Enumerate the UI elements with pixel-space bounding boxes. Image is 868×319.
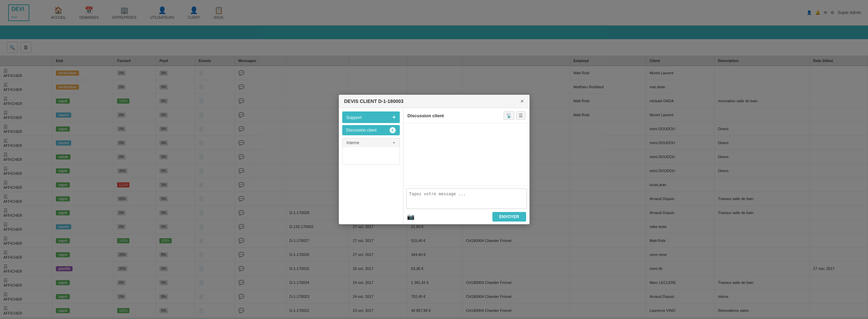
send-button[interactable]: ENVOYER bbox=[492, 212, 526, 222]
modal-left-panel: Support + Discussion client 0 Interne + bbox=[339, 108, 404, 224]
support-label: Support bbox=[346, 115, 362, 120]
feed-icon-button[interactable]: 📡 bbox=[504, 111, 514, 120]
modal-right-title: Discussion client bbox=[408, 113, 444, 118]
interne-plus-icon: + bbox=[393, 140, 395, 145]
discussion-count-badge: 0 bbox=[390, 127, 396, 133]
modal-right-header: Discussion client 📡 ☰ bbox=[404, 108, 530, 123]
support-plus-icon: + bbox=[392, 114, 395, 120]
support-section-header[interactable]: Support + bbox=[342, 111, 400, 123]
modal-overlay[interactable]: DEVIS CLIENT D-1-180003 × Support + Disc… bbox=[0, 0, 868, 318]
messages-area bbox=[404, 123, 530, 185]
discussion-label: Discussion client bbox=[346, 128, 377, 133]
feed-icon: 📡 bbox=[506, 113, 512, 118]
modal-actions: 📷 ENVOYER bbox=[406, 212, 527, 222]
message-input-area: 📷 ENVOYER bbox=[404, 185, 530, 224]
interne-label: Interne bbox=[347, 140, 359, 145]
interne-header[interactable]: Interne + bbox=[343, 138, 399, 147]
modal-right-icons: 📡 ☰ bbox=[504, 111, 525, 120]
list-icon: ☰ bbox=[519, 113, 523, 118]
modal-dialog: DEVIS CLIENT D-1-180003 × Support + Disc… bbox=[339, 95, 530, 224]
modal-title: DEVIS CLIENT D-1-180003 bbox=[344, 98, 404, 104]
modal-body: Support + Discussion client 0 Interne + bbox=[339, 108, 530, 224]
interne-section: Interne + bbox=[342, 138, 400, 165]
modal-close-button[interactable]: × bbox=[520, 98, 524, 104]
camera-icon: 📷 bbox=[407, 213, 414, 220]
interne-body bbox=[343, 147, 399, 164]
camera-button[interactable]: 📷 bbox=[407, 213, 414, 221]
discussion-client-item[interactable]: Discussion client 0 bbox=[342, 125, 400, 135]
modal-header: DEVIS CLIENT D-1-180003 × bbox=[339, 95, 530, 108]
list-icon-button[interactable]: ☰ bbox=[516, 111, 525, 120]
message-input[interactable] bbox=[406, 188, 527, 209]
modal-right-panel: Discussion client 📡 ☰ bbox=[404, 108, 530, 224]
